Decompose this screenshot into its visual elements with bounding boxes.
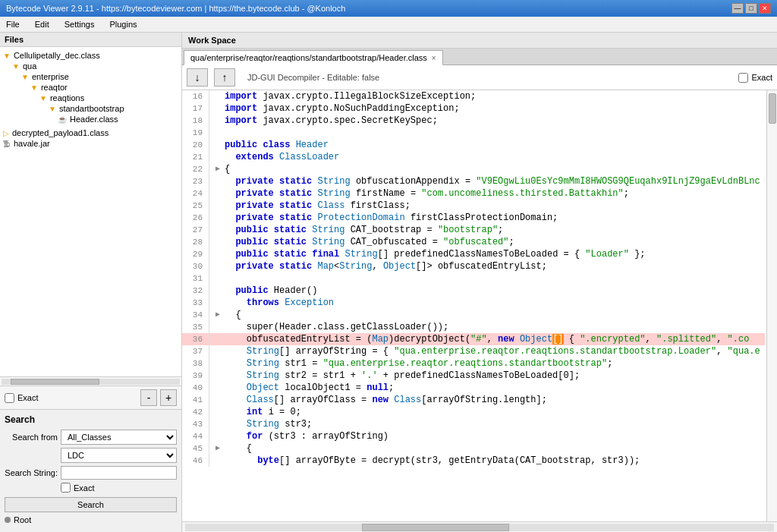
right-panel: Work Space qua/enterprise/reaqtor/reaqti… — [182, 33, 777, 532]
upload-button[interactable]: ↑ — [214, 68, 235, 87]
code-line: 44 for (str3 : arrayOfString) — [182, 430, 765, 442]
minus-button[interactable]: - — [140, 389, 157, 406]
decompiler-info: JD-GUI Decompiler - Editable: false — [241, 73, 732, 82]
tree-item-decrypted[interactable]: ▷ decrypted_payload1.class — [3, 127, 178, 138]
code-hscroll-track[interactable] — [185, 524, 774, 531]
tree-item-cellulipetally[interactable]: ▼ Cellulipetally_dec.class — [3, 50, 178, 61]
code-line: 45 ▶ { — [182, 442, 765, 455]
code-line-highlighted: 36 obfuscatedEntryList = (Map)decryptObj… — [182, 333, 765, 345]
code-line: 34 ▶ { — [182, 309, 765, 321]
search-from-label: Search from — [5, 433, 58, 442]
search-string-label: Search String: — [5, 468, 58, 477]
root-dot — [5, 517, 11, 523]
close-button[interactable]: ✕ — [759, 3, 771, 14]
file-tree[interactable]: ▼ Cellulipetally_dec.class ▼ qua ▼ enter… — [0, 47, 181, 376]
code-line: 41 Class[] arrayOfClass = new Class[arra… — [182, 394, 765, 406]
maximize-button[interactable]: □ — [745, 3, 757, 14]
search-string-row: Search String: — [5, 466, 177, 480]
menu-settings[interactable]: Settings — [61, 18, 98, 30]
exact-search-row: Exact — [5, 483, 177, 493]
exact-toolbar-label: Exact — [751, 73, 772, 82]
tree-item-havale[interactable]: 🗜 havale.jar — [3, 138, 178, 149]
code-area[interactable]: 16 import javax.crypto.IllegalBlockSizeE… — [182, 90, 777, 521]
tree-hscroll-thumb[interactable] — [11, 379, 100, 385]
main-layout: Files ▼ Cellulipetally_dec.class ▼ qua ▼… — [0, 33, 777, 532]
exact-toolbar-checkbox[interactable] — [738, 73, 748, 83]
tree-label: decrypted_payload1.class — [12, 128, 109, 137]
vscroll-thumb[interactable] — [769, 93, 776, 124]
code-line: 25 private static Class firstClass; — [182, 200, 765, 212]
tree-item-enterprise[interactable]: ▼ enterprise — [3, 71, 178, 82]
exact-row: Exact - + — [0, 386, 181, 409]
title-controls: — □ ✕ — [731, 3, 771, 14]
tree-label: reaqtor — [41, 83, 68, 92]
code-line: 27 public static String CAT_bootstrap = … — [182, 224, 765, 236]
upload-icon: ↑ — [222, 71, 228, 83]
root-item: Root — [5, 512, 177, 527]
code-line: 19 — [182, 127, 765, 139]
ldc-row: LDC Field Method Class — [5, 448, 177, 463]
code-line: 21 extends ClassLoader — [182, 151, 765, 163]
code-line: 20 public class Header — [182, 139, 765, 151]
workspace-header: Work Space — [182, 33, 777, 49]
download-icon: ↓ — [195, 71, 200, 83]
code-line: 22 ▶ { — [182, 163, 765, 175]
code-hscroll-bar[interactable] — [182, 521, 777, 532]
code-line: 31 — [182, 272, 765, 285]
search-from-select[interactable]: All_Classes Current_Class — [61, 430, 177, 445]
code-line: 42 int i = 0; — [182, 406, 765, 418]
exact-search-label-check[interactable]: Exact — [61, 483, 95, 493]
menu-bar: File Edit Settings Plugins — [0, 17, 777, 33]
tree-hscroll-track[interactable] — [2, 379, 180, 385]
menu-plugins[interactable]: Plugins — [106, 18, 140, 30]
title-bar: Bytecode Viewer 2.9.11 - https://bytecod… — [0, 0, 777, 17]
active-tab[interactable]: qua/enterprise/reaqtor/reaqtions/standar… — [184, 50, 443, 65]
minimize-button[interactable]: — — [731, 3, 744, 14]
tree-label: havale.jar — [14, 139, 50, 148]
code-content: 16 import javax.crypto.IllegalBlockSizeE… — [182, 90, 777, 467]
tree-item-reaqtor[interactable]: ▼ reaqtor — [3, 82, 178, 93]
code-line: 24 private static String firstName = "co… — [182, 187, 765, 200]
code-line: 40 Object localObject1 = null; — [182, 382, 765, 394]
code-line: 46 byte[] arrayOfByte = decrypt(str3, ge… — [182, 455, 765, 467]
tree-label: standartbootstrap — [59, 104, 124, 113]
tree-item-header-class[interactable]: ☕ Header.class — [3, 114, 178, 124]
exact-search-checkbox[interactable] — [61, 483, 71, 493]
exact-label[interactable]: Exact — [5, 393, 39, 403]
exact-checkbox[interactable] — [5, 393, 14, 403]
tree-label: qua — [23, 61, 36, 71]
code-line: 43 String str3; — [182, 418, 765, 430]
plus-button[interactable]: + — [160, 389, 177, 406]
code-vscroll[interactable] — [766, 90, 777, 521]
code-line: 29 public static final String[] predefin… — [182, 248, 765, 260]
menu-edit[interactable]: Edit — [32, 18, 52, 30]
code-line: 35 super(Header.class.getClassLoader()); — [182, 321, 765, 333]
code-toolbar: ↓ ↑ JD-GUI Decompiler - Editable: false … — [182, 65, 777, 90]
tree-label: Cellulipetally_dec.class — [14, 51, 100, 60]
code-line: 37 String[] arrayOfString = { "qua.enter… — [182, 345, 765, 357]
tree-label: enterprise — [32, 72, 69, 81]
menu-file[interactable]: File — [3, 18, 23, 30]
code-hscroll-thumb[interactable] — [362, 524, 509, 531]
left-panel: Files ▼ Cellulipetally_dec.class ▼ qua ▼… — [0, 33, 182, 532]
search-header: Search — [5, 414, 177, 425]
root-label: Root — [14, 515, 31, 524]
search-panel: Search Search from All_Classes Current_C… — [0, 409, 181, 532]
tab-close-button[interactable]: × — [432, 54, 436, 62]
files-header: Files — [0, 33, 181, 47]
code-line: 17 import javax.crypto.NoSuchPaddingExce… — [182, 102, 765, 115]
ldc-select[interactable]: LDC Field Method Class — [61, 448, 177, 463]
code-line: 28 public static String CAT_obfuscated =… — [182, 236, 765, 248]
code-line: 30 private static Map<String, Object[]> … — [182, 260, 765, 272]
download-button[interactable]: ↓ — [187, 68, 208, 87]
search-string-input[interactable] — [61, 466, 177, 480]
app-title: Bytecode Viewer 2.9.11 - https://bytecod… — [6, 4, 345, 13]
code-line: 26 private static ProtectionDomain first… — [182, 212, 765, 224]
search-button[interactable]: Search — [5, 497, 177, 512]
tree-item-standartbootstrap[interactable]: ▼ standartbootstrap — [3, 103, 178, 114]
code-line: 33 throws Exception — [182, 297, 765, 309]
code-line: 32 public Header() — [182, 285, 765, 297]
tree-hscroll-area — [0, 376, 181, 386]
tree-item-reaqtions[interactable]: ▼ reaqtions — [3, 93, 178, 103]
tree-item-qua[interactable]: ▼ qua — [3, 61, 178, 71]
